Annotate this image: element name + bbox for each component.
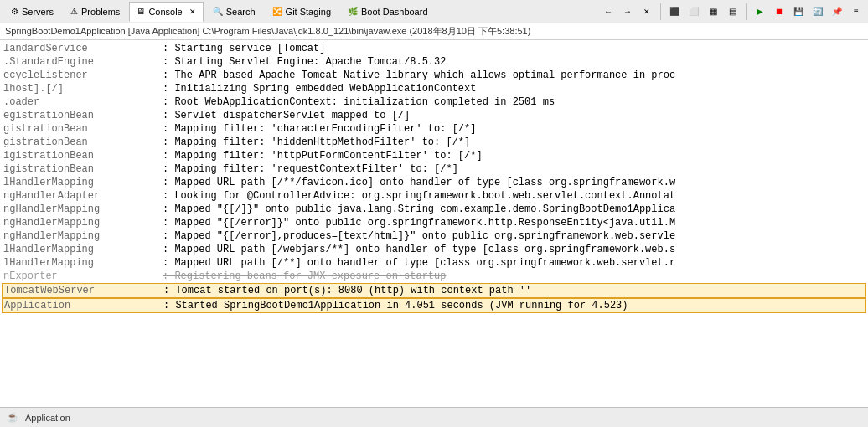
- path-bar-text: SpringBootDemo1Application [Java Applica…: [5, 25, 530, 38]
- console-line-4: .oader: Root WebApplicationContext: init…: [3, 95, 865, 109]
- console-line-name-19: Application: [4, 299, 163, 312]
- tab-problems-label: Problems: [81, 7, 120, 17]
- tab-git-staging[interactable]: 🔀 Git Staging: [265, 2, 338, 22]
- console-line-name-16: lHandlerMapping: [3, 256, 163, 270]
- toolbar: ⚙ Servers ⚠ Problems 🖥 Console ✕ 🔍 Searc…: [0, 0, 868, 23]
- status-bar: ☕ Application: [0, 407, 868, 427]
- console-line-name-11: ngHandlerAdapter: [3, 189, 163, 203]
- tab-console[interactable]: 🖥 Console ✕: [129, 2, 203, 22]
- stop-btn[interactable]: ⏹: [771, 3, 788, 20]
- tab-git-label: Git Staging: [286, 7, 331, 17]
- close-console-icon[interactable]: ✕: [189, 8, 196, 16]
- console-line-name-9: igistrationBean: [3, 162, 163, 176]
- search-icon: 🔍: [213, 7, 223, 16]
- console-line-9: igistrationBean: Mapping filter: 'reques…: [3, 162, 865, 176]
- refresh-btn[interactable]: 🔄: [809, 3, 826, 20]
- status-text: Application: [25, 413, 70, 423]
- console-line-name-8: igistrationBean: [3, 149, 163, 162]
- arrow-right-btn[interactable]: →: [619, 3, 636, 20]
- console-line-6: gistrationBean: Mapping filter: 'charact…: [3, 122, 865, 136]
- console-line-text-12: : Mapped "{[/]}" onto public java.lang.S…: [163, 203, 675, 215]
- console-line-13: ngHandlerMapping: Mapped "{[/error]}" on…: [3, 216, 865, 229]
- arrow-left-btn[interactable]: ←: [600, 3, 617, 20]
- toolbar-right-buttons: ← → ✕ ⬛ ⬜ ▦ ▤ ▶ ⏹ 💾 🔄 📌 ≡: [600, 3, 865, 20]
- console-line-name-15: lHandlerMapping: [3, 243, 163, 256]
- boot-icon: 🌿: [348, 7, 358, 16]
- console-line-7: gistrationBean: Mapping filter: 'hiddenH…: [3, 136, 865, 149]
- console-line-text-1: : Starting Servlet Engine: Apache Tomcat…: [163, 56, 446, 68]
- console-line-text-2: : The APR based Apache Tomcat Native lib…: [163, 69, 675, 81]
- layout-btn1[interactable]: ⬛: [666, 3, 683, 20]
- console-line-name-1: .StandardEngine: [3, 55, 163, 69]
- toolbar-separator2: [746, 3, 747, 20]
- console-line-19: Application: Started SpringBootDemo1Appl…: [2, 298, 866, 313]
- console-line-text-18: : Tomcat started on port(s): 8080 (http)…: [163, 285, 531, 296]
- console-line-name-10: lHandlerMapping: [3, 176, 163, 189]
- layout-btn3[interactable]: ▦: [705, 3, 721, 20]
- console-line-name-0: landardService: [3, 42, 163, 55]
- console-line-text-7: : Mapping filter: 'hiddenHttpMethodFilte…: [163, 136, 470, 148]
- console-line-text-19: : Started SpringBootDemo1Application in …: [163, 300, 628, 311]
- tab-search-label: Search: [226, 7, 256, 17]
- tab-servers[interactable]: ⚙ Servers: [3, 2, 61, 22]
- menu-btn[interactable]: ≡: [848, 3, 865, 20]
- tab-problems[interactable]: ⚠ Problems: [63, 2, 127, 22]
- console-line-text-13: : Mapped "{[/error]}" onto public org.sp…: [163, 217, 675, 229]
- tab-boot-label: Boot Dashboard: [361, 7, 428, 17]
- tab-search[interactable]: 🔍 Search: [205, 2, 263, 22]
- console-line-text-10: : Mapped URL path [/**/favicon.ico] onto…: [163, 177, 675, 188]
- console-line-17: nExporter: Registering beans for JMX exp…: [3, 270, 865, 283]
- console-line-name-18: TomcatWebServer: [4, 284, 163, 297]
- tab-console-label: Console: [148, 7, 182, 17]
- close-btn[interactable]: ✕: [638, 3, 655, 20]
- console-line-name-4: .oader: [3, 95, 163, 109]
- console-line-name-12: ngHandlerMapping: [3, 203, 163, 216]
- console-line-name-3: lhost].[/]: [3, 82, 163, 95]
- console-line-5: egistrationBean: Servlet dispatcherServl…: [3, 109, 865, 122]
- console-line-8: igistrationBean: Mapping filter: 'httpPu…: [3, 149, 865, 162]
- console-line-10: lHandlerMapping: Mapped URL path [/**/fa…: [3, 176, 865, 189]
- console-line-text-0: : Starting service [Tomcat]: [163, 43, 325, 54]
- pin-btn[interactable]: 📌: [829, 3, 845, 20]
- toolbar-separator: [660, 3, 661, 20]
- layout-btn4[interactable]: ▤: [724, 3, 741, 20]
- console-line-text-16: : Mapped URL path [/**] onto handler of …: [163, 257, 675, 269]
- console-line-name-6: gistrationBean: [3, 122, 163, 136]
- console-line-18: TomcatWebServer: Tomcat started on port(…: [2, 283, 866, 298]
- tab-servers-label: Servers: [22, 7, 54, 17]
- console-line-name-7: gistrationBean: [3, 136, 163, 149]
- console-line-name-2: ecycleListener: [3, 69, 163, 82]
- console-line-1: .StandardEngine: Starting Servlet Engine…: [3, 55, 865, 69]
- save-btn[interactable]: 💾: [790, 3, 807, 20]
- console-line-name-5: egistrationBean: [3, 109, 163, 122]
- console-icon: 🖥: [137, 7, 145, 16]
- console-line-15: lHandlerMapping: Mapped URL path [/webja…: [3, 243, 865, 256]
- git-icon: 🔀: [272, 7, 282, 16]
- servers-icon: ⚙: [11, 7, 18, 16]
- console-line-0: landardService: Starting service [Tomcat…: [3, 42, 865, 55]
- tab-boot-dashboard[interactable]: 🌿 Boot Dashboard: [340, 2, 436, 22]
- console-line-name-17: nExporter: [3, 270, 163, 283]
- console-line-name-14: ngHandlerMapping: [3, 229, 163, 243]
- problems-icon: ⚠: [70, 7, 78, 16]
- console-line-text-17: : Registering beans for JMX exposure on …: [163, 270, 446, 282]
- status-java-icon: ☕: [7, 412, 18, 423]
- run-btn[interactable]: ▶: [752, 3, 768, 20]
- layout-btn2[interactable]: ⬜: [685, 3, 702, 20]
- console-line-text-9: : Mapping filter: 'requestContextFilter'…: [163, 163, 458, 175]
- console-line-16: lHandlerMapping: Mapped URL path [/**] o…: [3, 256, 865, 270]
- console-line-text-14: : Mapped "{[/error],produces=[text/html]…: [163, 230, 675, 242]
- console-line-2: ecycleListener: The APR based Apache Tom…: [3, 69, 865, 82]
- console-output[interactable]: landardService: Starting service [Tomcat…: [0, 40, 868, 407]
- console-line-3: lhost].[/]: Initializing Spring embedded…: [3, 82, 865, 95]
- path-bar: SpringBootDemo1Application [Java Applica…: [0, 23, 868, 40]
- console-line-text-3: : Initializing Spring embedded WebApplic…: [163, 83, 476, 95]
- console-line-text-5: : Servlet dispatcherServlet mapped to [/…: [163, 110, 410, 121]
- console-line-text-4: : Root WebApplicationContext: initializa…: [163, 96, 555, 108]
- console-line-text-8: : Mapping filter: 'httpPutFormContentFil…: [163, 150, 483, 162]
- console-line-12: ngHandlerMapping: Mapped "{[/]}" onto pu…: [3, 203, 865, 216]
- console-line-text-11: : Looking for @ControllerAdvice: org.spr…: [163, 190, 675, 202]
- console-line-text-15: : Mapped URL path [/webjars/**] onto han…: [163, 244, 675, 255]
- console-line-11: ngHandlerAdapter: Looking for @Controlle…: [3, 189, 865, 203]
- console-line-text-6: : Mapping filter: 'characterEncodingFilt…: [163, 123, 476, 135]
